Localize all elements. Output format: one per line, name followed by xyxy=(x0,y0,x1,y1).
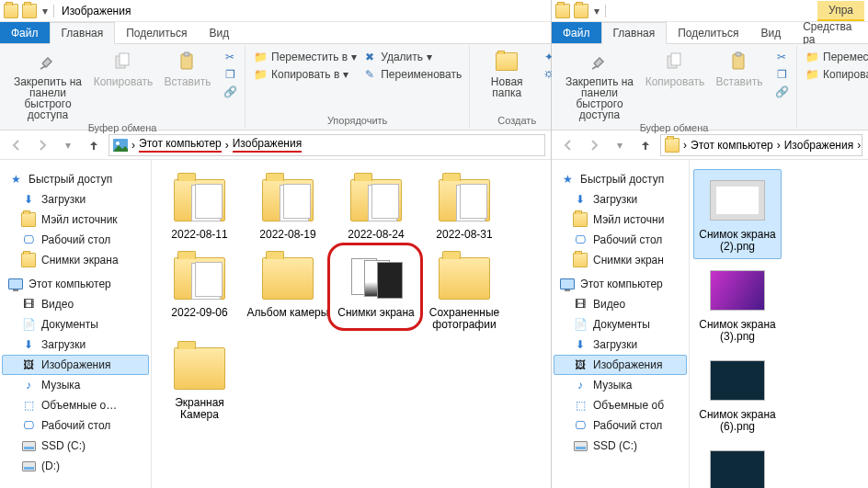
tree-pictures[interactable]: 🖼Изображения xyxy=(554,355,687,375)
tree-desktop[interactable]: 🖵Рабочий стол xyxy=(554,230,687,250)
paste-button[interactable]: Вставить xyxy=(158,50,217,87)
delete-button[interactable]: ✖Удалить ▾ xyxy=(362,50,462,64)
nav-back-button[interactable] xyxy=(557,134,579,156)
folder-icon xyxy=(4,4,18,18)
files-pane[interactable]: Снимок экрана (2).png Снимок экрана (3).… xyxy=(690,160,868,488)
copy-to-button[interactable]: 📁Копироват xyxy=(805,67,868,82)
tab-share[interactable]: Поделиться xyxy=(667,22,749,43)
context-tab-manage[interactable]: Упра xyxy=(817,1,864,21)
chevron-right-icon[interactable]: › xyxy=(225,139,229,152)
tab-view[interactable]: Вид xyxy=(749,22,792,43)
folder-item[interactable]: Сохраненные фотографии xyxy=(420,247,508,337)
nav-up-button[interactable] xyxy=(83,134,105,156)
paste-shortcut-button[interactable]: 🔗 xyxy=(223,85,237,99)
tab-share[interactable]: Поделиться xyxy=(115,22,198,43)
breadcrumb-this-pc[interactable]: Этот компьютер xyxy=(139,137,222,153)
tree-downloads2[interactable]: ⬇Загрузки xyxy=(554,335,687,355)
tree-ssd[interactable]: SSD (C:) xyxy=(2,436,149,456)
nav-recent-dropdown[interactable]: ▾ xyxy=(57,134,79,156)
tree-desktop2[interactable]: 🖵Рабочий стол xyxy=(2,415,149,436)
address-bar[interactable]: › Этот компьютер › Изображения xyxy=(108,134,545,156)
move-to-button[interactable]: 📁Переместить в ▾ xyxy=(253,50,357,64)
copy-button[interactable]: Копировать xyxy=(645,50,704,87)
tree-quick-access[interactable]: ★Быстрый доступ xyxy=(2,169,149,189)
tree-downloads[interactable]: ⬇Загрузки xyxy=(554,189,687,210)
tab-file[interactable]: Файл xyxy=(0,22,50,43)
tree-pictures[interactable]: 🖼Изображения xyxy=(2,355,149,375)
tree-3d-objects[interactable]: ⬚Объемные о… xyxy=(2,395,149,415)
pin-quick-access-button[interactable]: Закрепить на панели быстрого доступа xyxy=(7,50,88,120)
tree-3d-objects[interactable]: ⬚Объемные об xyxy=(554,395,687,415)
nav-up-button[interactable] xyxy=(634,134,657,156)
copy-path-button[interactable]: ❐ xyxy=(223,67,237,82)
nav-recent-dropdown[interactable]: ▾ xyxy=(609,134,631,156)
tree-disk-d[interactable]: (D:) xyxy=(2,456,149,476)
chevron-right-icon[interactable]: › xyxy=(777,139,781,152)
nav-forward-button[interactable] xyxy=(583,134,605,156)
tree-documents[interactable]: 📄Документы xyxy=(554,314,687,335)
image-item[interactable]: Снимок экрана (3).png xyxy=(693,259,782,349)
folder-item[interactable]: Экранная Камера xyxy=(155,337,244,427)
pin-quick-access-button[interactable]: Закрепить на панели быстрого доступа xyxy=(559,50,640,120)
nav-back-button[interactable] xyxy=(6,134,28,156)
breadcrumb-this-pc[interactable]: Этот компьютер xyxy=(691,139,773,152)
navigation-pane[interactable]: ★Быстрый доступ ⬇Загрузки Мэйл источник … xyxy=(0,160,152,488)
qat-dropdown-icon[interactable]: ▾ xyxy=(40,6,50,16)
tab-home[interactable]: Главная xyxy=(50,22,116,44)
folder-item[interactable]: Альбом камеры xyxy=(244,247,332,337)
chevron-right-icon[interactable]: › xyxy=(683,139,687,152)
folder-item[interactable]: 2022-08-19 xyxy=(244,169,332,247)
tree-screenshots[interactable]: Снимки экрана xyxy=(2,250,149,270)
copy-to-button[interactable]: 📁Копировать в ▾ xyxy=(253,67,357,82)
copy-button[interactable]: Копировать xyxy=(94,50,153,87)
qat-dropdown-icon[interactable]: ▾ xyxy=(592,6,601,16)
paste-shortcut-button[interactable]: 🔗 xyxy=(774,85,789,99)
breadcrumb-pictures[interactable]: Изображения xyxy=(784,139,853,152)
folder-item[interactable]: 2022-08-11 xyxy=(155,169,244,247)
folder-item[interactable]: 2022-09-06 xyxy=(155,247,244,337)
tree-this-pc[interactable]: Этот компьютер xyxy=(554,274,687,294)
rename-button[interactable]: ✎Переименовать xyxy=(362,67,462,82)
tree-desktop2[interactable]: 🖵Рабочий стол xyxy=(554,415,687,436)
copy-path-button[interactable]: ❐ xyxy=(774,67,789,82)
tree-music[interactable]: ♪Музыка xyxy=(554,375,687,395)
breadcrumb-pictures[interactable]: Изображения xyxy=(233,137,302,153)
image-item[interactable]: Снимок экрана (7).png xyxy=(693,439,782,488)
tree-downloads[interactable]: ⬇Загрузки xyxy=(2,189,149,210)
tree-quick-access[interactable]: ★Быстрый доступ xyxy=(554,169,687,189)
tree-screenshots[interactable]: Снимки экран xyxy=(554,250,687,270)
tree-documents[interactable]: 📄Документы xyxy=(2,314,149,335)
tree-video[interactable]: 🎞Видео xyxy=(2,294,149,314)
files-pane[interactable]: 2022-08-11 2022-08-19 2022-08-24 2022-08… xyxy=(152,160,551,488)
tree-music[interactable]: ♪Музыка xyxy=(2,375,149,395)
image-item[interactable]: Снимок экрана (6).png xyxy=(693,349,782,439)
tree-video[interactable]: 🎞Видео xyxy=(554,294,687,314)
paste-button[interactable]: Вставить xyxy=(710,50,769,87)
move-to-button[interactable]: 📁Перемести xyxy=(805,50,868,64)
tab-home[interactable]: Главная xyxy=(601,22,668,44)
image-item[interactable]: Снимок экрана (2).png xyxy=(693,169,782,259)
folder-item[interactable]: 2022-08-24 xyxy=(332,169,420,247)
cut-button[interactable]: ✂ xyxy=(223,50,237,64)
tab-picture-tools[interactable]: Средства ра xyxy=(792,22,868,43)
navigation-pane[interactable]: ★Быстрый доступ ⬇Загрузки Мэйл источни 🖵… xyxy=(552,160,690,488)
tree-desktop[interactable]: 🖵Рабочий стол xyxy=(2,230,149,250)
chevron-right-icon[interactable]: › xyxy=(857,139,861,152)
tree-ssd[interactable]: SSD (C:) xyxy=(554,436,687,456)
folder-item[interactable]: 2022-08-31 xyxy=(420,169,508,247)
tab-file[interactable]: Файл xyxy=(552,22,601,43)
delete-icon: ✖ xyxy=(362,50,377,64)
tree-mail[interactable]: Мэйл источник xyxy=(2,210,149,230)
svg-rect-9 xyxy=(736,52,741,56)
address-bar[interactable]: › Этот компьютер › Изображения › xyxy=(660,134,862,156)
cut-button[interactable]: ✂ xyxy=(774,50,789,64)
nav-forward-button[interactable] xyxy=(31,134,53,156)
new-folder-button[interactable]: Новая папка xyxy=(477,50,536,98)
folder-item-screenshots[interactable]: Снимки экрана xyxy=(332,247,420,337)
tree-downloads2[interactable]: ⬇Загрузки xyxy=(2,335,149,355)
chevron-right-icon[interactable]: › xyxy=(131,139,135,152)
tree-mail[interactable]: Мэйл источни xyxy=(554,210,687,230)
tab-view[interactable]: Вид xyxy=(198,22,240,43)
tree-this-pc[interactable]: Этот компьютер xyxy=(2,274,149,294)
group-label-create: Создать xyxy=(497,113,536,128)
